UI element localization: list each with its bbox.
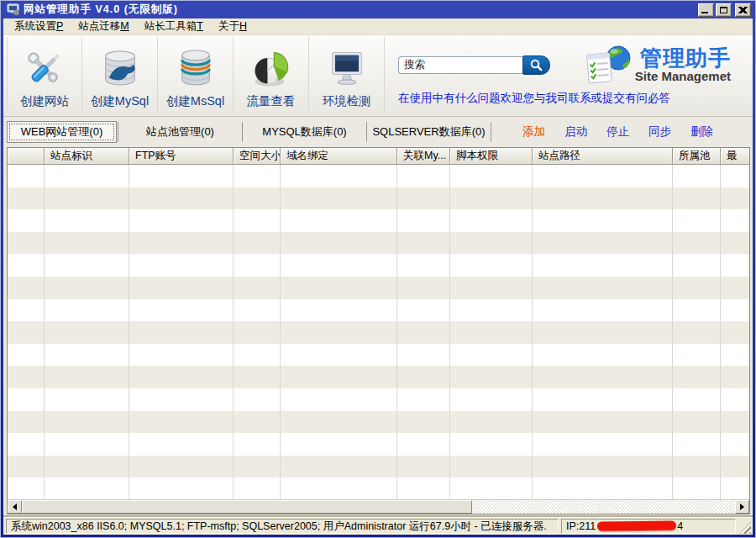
column-header-empty[interactable] bbox=[8, 148, 45, 165]
table-row bbox=[8, 321, 749, 344]
close-button[interactable] bbox=[735, 3, 751, 17]
table-cell bbox=[281, 165, 397, 187]
toolbar-button-traffic-view[interactable]: 流量查看 bbox=[234, 37, 309, 113]
column-header[interactable]: 站点标识 bbox=[45, 148, 129, 165]
toolbar-button-env-check[interactable]: 环境检测 bbox=[309, 37, 385, 113]
table-cell bbox=[673, 299, 721, 322]
column-header[interactable]: 所属池 bbox=[673, 148, 721, 165]
table-cell bbox=[673, 209, 721, 232]
table-cell bbox=[397, 187, 450, 210]
tab-web-site-management[interactable]: WEB网站管理(0) bbox=[7, 121, 117, 143]
scroll-right-icon bbox=[740, 504, 748, 510]
table-row bbox=[8, 477, 749, 499]
scrollbar-thumb[interactable] bbox=[22, 500, 472, 514]
table-cell bbox=[234, 187, 281, 210]
action-stop[interactable]: 停止 bbox=[606, 124, 629, 140]
column-header[interactable]: 脚本权限 bbox=[450, 148, 533, 165]
menu-item-about[interactable]: 关于H bbox=[211, 18, 255, 35]
action-add[interactable]: 添加 bbox=[522, 124, 545, 140]
table-cell bbox=[8, 366, 45, 388]
ip-prefix-text: IP:211 bbox=[566, 520, 596, 532]
horizontal-scrollbar[interactable] bbox=[8, 499, 749, 514]
scroll-right-button[interactable] bbox=[735, 500, 749, 514]
toolbar-button-create-mssql[interactable]: 创建MsSql bbox=[158, 37, 234, 113]
menu-bar: 系统设置P 站点迁移M 站长工具箱T 关于H bbox=[3, 18, 753, 35]
tab-strip: WEB网站管理(0) 站点池管理(0) MYSQL数据库(0) SQLSERVE… bbox=[3, 117, 753, 147]
search-input[interactable] bbox=[398, 56, 522, 74]
table-cell bbox=[45, 232, 129, 255]
resize-grip[interactable] bbox=[738, 519, 751, 534]
table-cell bbox=[129, 165, 234, 187]
table-cell bbox=[533, 321, 673, 344]
table-cell bbox=[533, 344, 673, 367]
scroll-left-button[interactable] bbox=[8, 500, 22, 514]
table-cell bbox=[397, 411, 450, 434]
table-cell bbox=[533, 277, 673, 299]
search-button[interactable] bbox=[522, 55, 550, 75]
action-sync[interactable]: 同步 bbox=[648, 124, 671, 140]
table-cell bbox=[397, 165, 450, 187]
table-cell bbox=[397, 209, 450, 232]
table-cell bbox=[721, 232, 749, 255]
toolbar-button-create-site[interactable]: 创建网站 bbox=[7, 37, 82, 113]
table-row bbox=[8, 209, 749, 232]
brand-subtitle: Site Managemet bbox=[635, 70, 731, 83]
column-header[interactable]: 空间大小 bbox=[234, 148, 281, 165]
table-cell bbox=[8, 433, 45, 456]
column-header[interactable]: FTP账号 bbox=[129, 148, 234, 165]
support-tip: 在使用中有什么问题欢迎您与我司联系或提交有问必答 bbox=[398, 91, 670, 106]
table-cell bbox=[397, 232, 450, 255]
table-cell bbox=[721, 254, 749, 277]
tab-mysql-databases[interactable]: MYSQL数据库(0) bbox=[244, 124, 365, 140]
menu-item-system-settings[interactable]: 系统设置P bbox=[7, 18, 71, 35]
tab-site-pool-management[interactable]: 站点池管理(0) bbox=[119, 124, 241, 140]
system-status-panel: 系统win2003_x86 IIS6.0; MYSQL5.1; FTP-msft… bbox=[6, 519, 559, 534]
menu-item-site-migration[interactable]: 站点迁移M bbox=[71, 18, 136, 35]
table-cell bbox=[673, 477, 721, 499]
toolbar-button-create-mysql[interactable]: 创建MySql bbox=[82, 37, 158, 113]
table-cell bbox=[450, 366, 533, 388]
table-cell bbox=[673, 232, 721, 255]
action-delete[interactable]: 删除 bbox=[690, 124, 713, 140]
column-header[interactable]: 最 bbox=[721, 148, 749, 165]
table-cell bbox=[281, 433, 397, 456]
table-cell bbox=[721, 344, 749, 367]
table-cell bbox=[533, 456, 673, 478]
table-cell bbox=[450, 433, 533, 456]
brand-text: 管理助手 Site Managemet bbox=[635, 46, 731, 83]
table-row bbox=[8, 411, 749, 434]
table-cell bbox=[129, 388, 234, 411]
table-cell bbox=[129, 299, 234, 322]
table-cell bbox=[234, 165, 281, 187]
column-header[interactable]: 关联My... bbox=[397, 148, 450, 165]
system-status-text: 系统win2003_x86 IIS6.0; MYSQL5.1; FTP-msft… bbox=[11, 520, 547, 532]
table-cell bbox=[721, 209, 749, 232]
table-cell bbox=[533, 254, 673, 277]
action-start[interactable]: 启动 bbox=[564, 124, 587, 140]
table-cell bbox=[673, 187, 721, 210]
table-cell bbox=[397, 477, 450, 499]
table-cell bbox=[8, 165, 45, 187]
table-cell bbox=[721, 433, 749, 456]
table-cell bbox=[533, 411, 673, 434]
column-header[interactable]: 域名绑定 bbox=[281, 148, 397, 165]
environment-monitor-icon bbox=[325, 47, 369, 91]
toolbar-button-label: 流量查看 bbox=[247, 93, 296, 109]
table-cell bbox=[234, 433, 281, 456]
tab-sqlserver-databases[interactable]: SQLSERVER数据库(0) bbox=[368, 124, 490, 140]
table-cell bbox=[8, 411, 45, 434]
minimize-button[interactable] bbox=[698, 3, 714, 17]
column-header[interactable]: 站点路径 bbox=[533, 148, 673, 165]
table-cell bbox=[129, 254, 234, 277]
table-cell bbox=[533, 433, 673, 456]
table-cell bbox=[450, 165, 533, 187]
table-cell bbox=[673, 433, 721, 456]
brand-logo: 管理助手 Site Managemet bbox=[586, 42, 731, 87]
maximize-button[interactable] bbox=[716, 3, 732, 17]
table-cell bbox=[450, 388, 533, 411]
menu-item-webmaster-toolbox[interactable]: 站长工具箱T bbox=[137, 18, 211, 35]
table-cell bbox=[281, 209, 397, 232]
table-cell bbox=[45, 388, 129, 411]
table-cell bbox=[45, 433, 129, 456]
create-site-tools-icon bbox=[23, 47, 66, 91]
